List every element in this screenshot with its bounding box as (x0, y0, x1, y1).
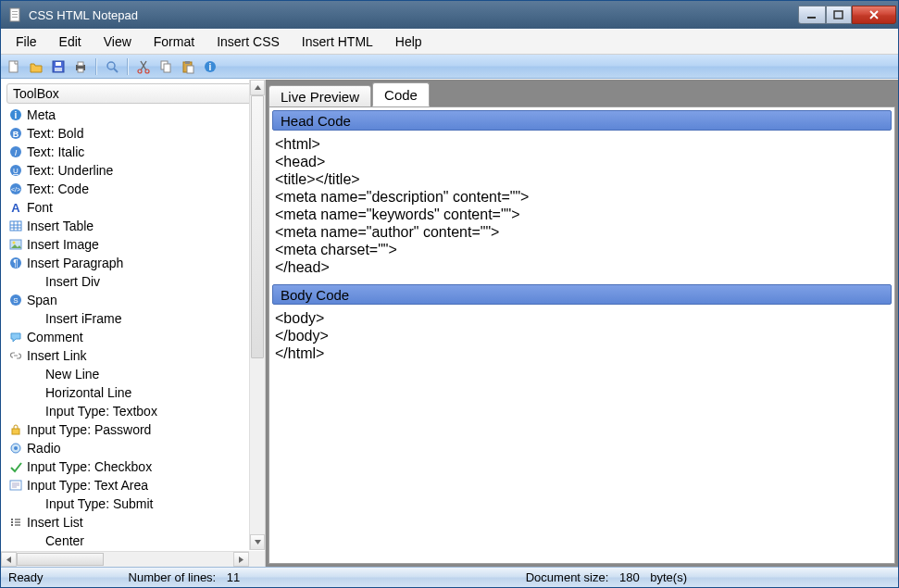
scroll-thumb[interactable] (17, 553, 104, 566)
table-icon (8, 219, 23, 233)
svg-point-16 (145, 69, 149, 73)
menu-insert-html[interactable]: Insert HTML (291, 31, 384, 53)
toolbox-item[interactable]: Input Type: Checkbox (8, 457, 265, 476)
menu-format[interactable]: Format (143, 31, 206, 53)
head-code-editor[interactable]: <html> <head> <title></title> <meta name… (269, 133, 894, 281)
svg-rect-5 (834, 11, 843, 19)
svg-rect-8 (56, 62, 61, 66)
toolbox-item[interactable]: Insert iFrame (8, 309, 265, 328)
toolbox-item[interactable]: Insert Link (8, 346, 265, 365)
toolbox-item-label: Insert Link (27, 348, 87, 363)
toolbox-item[interactable]: Radio (8, 439, 265, 457)
minimize-button[interactable] (798, 6, 826, 24)
toolbox-item[interactable]: Input Type: Textbox (8, 402, 265, 420)
status-docsize-value: 180 (619, 570, 640, 584)
scroll-thumb[interactable] (251, 95, 264, 358)
menu-file[interactable]: File (5, 31, 48, 53)
textarea-icon (8, 478, 23, 493)
toolbox-item[interactable]: New Line (8, 365, 265, 383)
password-icon (8, 422, 23, 437)
svg-text:</>: </> (11, 186, 20, 193)
scroll-track[interactable] (17, 552, 233, 567)
toolbox-item-label: Insert Paragraph (27, 256, 123, 270)
toolbox-item[interactable]: </>Text: Code (8, 180, 265, 198)
toolbox-list: iMetaBText: BoldIText: ItalicUText: Unde… (1, 106, 265, 567)
toolbox-item[interactable]: Input Type: Text Area (8, 476, 265, 494)
scroll-corner (249, 551, 265, 567)
print-icon[interactable] (71, 57, 90, 76)
toolbox-item[interactable]: SSpan (8, 291, 265, 309)
head-code-section: Head Code <html> <head> <title></title> … (269, 107, 894, 281)
toolbox-item[interactable]: Input Type: Submit (8, 494, 265, 513)
toolbox-item-label: Input Type: Textbox (45, 404, 157, 419)
app-window: CSS HTML Notepad File Edit View Format I… (0, 0, 899, 588)
open-folder-icon[interactable] (27, 57, 45, 76)
save-icon[interactable] (49, 57, 68, 76)
toolbox-item[interactable]: Insert Table (8, 217, 265, 235)
menu-help[interactable]: Help (384, 31, 433, 53)
toolbox-item-label: Text: Bold (27, 126, 83, 141)
cut-icon[interactable] (134, 57, 153, 76)
status-ready: Ready (8, 570, 44, 584)
toolbox-item[interactable]: Input Type: Password (8, 420, 265, 439)
toolbox-item[interactable]: Insert Div (8, 272, 265, 291)
toolbox-item[interactable]: IText: Italic (8, 143, 265, 161)
body-code-section: Body Code <body> </body> </html> (269, 281, 894, 563)
span-icon: S (8, 293, 23, 307)
svg-point-15 (138, 69, 142, 73)
toolbox-item[interactable]: AFont (8, 198, 265, 217)
blank-icon (27, 385, 42, 400)
scroll-track[interactable] (250, 95, 265, 534)
toolbox-item-label: Span (27, 293, 57, 307)
list-icon (8, 515, 23, 530)
help-icon[interactable]: i (201, 57, 219, 76)
find-icon[interactable] (103, 57, 121, 76)
scroll-down-icon[interactable] (250, 534, 265, 550)
close-button[interactable] (852, 6, 896, 24)
sidebar-horizontal-scrollbar[interactable] (1, 551, 249, 567)
blank-icon (27, 311, 42, 326)
toolbox-item-label: Center (45, 533, 84, 548)
svg-rect-21 (187, 66, 194, 73)
svg-point-53 (11, 519, 13, 520)
menu-view[interactable]: View (93, 31, 143, 53)
blank-icon (27, 533, 42, 548)
sidebar-vertical-scrollbar[interactable] (249, 80, 265, 550)
toolbox-item-label: Insert Table (27, 219, 94, 233)
toolbox-item[interactable]: BText: Bold (8, 124, 265, 143)
toolbox-header[interactable]: ToolBox (6, 83, 259, 104)
toolbox-item[interactable]: Insert Image (8, 235, 265, 254)
copy-icon[interactable] (156, 57, 175, 76)
toolbox-item[interactable]: iMeta (8, 106, 265, 124)
body-code-editor[interactable]: <body> </body> </html> (269, 307, 894, 368)
radio-icon (8, 441, 23, 456)
tab-code[interactable]: Code (372, 82, 430, 106)
toolbox-item-label: Comment (27, 330, 83, 344)
svg-text:i: i (209, 62, 212, 72)
toolbox-item[interactable]: Insert List (8, 513, 265, 532)
toolbox-item-label: Radio (27, 441, 61, 456)
toolbox-item-label: Text: Italic (27, 144, 84, 159)
new-file-icon[interactable] (5, 57, 23, 76)
toolbox-item-label: Insert iFrame (45, 311, 121, 326)
toolbox-item[interactable]: Horizontal Line (8, 383, 265, 402)
paste-icon[interactable] (179, 57, 197, 76)
toolbox-item-label: Insert List (27, 515, 83, 530)
toolbox-item[interactable]: UText: Underline (8, 161, 265, 180)
svg-text:A: A (11, 201, 20, 214)
scroll-up-icon[interactable] (250, 80, 265, 95)
toolbox-item[interactable]: Center (8, 532, 265, 550)
scroll-left-icon[interactable] (1, 552, 17, 567)
tab-live-preview[interactable]: Live Preview (268, 85, 371, 107)
menu-insert-css[interactable]: Insert CSS (206, 31, 291, 53)
toolbar: i (1, 55, 898, 79)
scroll-right-icon[interactable] (233, 552, 249, 567)
maximize-button[interactable] (826, 6, 852, 24)
body-area: ToolBox iMetaBText: BoldIText: ItalicUTe… (1, 79, 898, 567)
toolbox-item[interactable]: ¶Insert Paragraph (8, 254, 265, 272)
menu-edit[interactable]: Edit (48, 31, 93, 53)
svg-point-41 (13, 242, 16, 244)
status-lines-label: Number of lines: (129, 570, 217, 584)
toolbox-item[interactable]: Comment (8, 328, 265, 346)
window-title: CSS HTML Notepad (29, 8, 138, 22)
